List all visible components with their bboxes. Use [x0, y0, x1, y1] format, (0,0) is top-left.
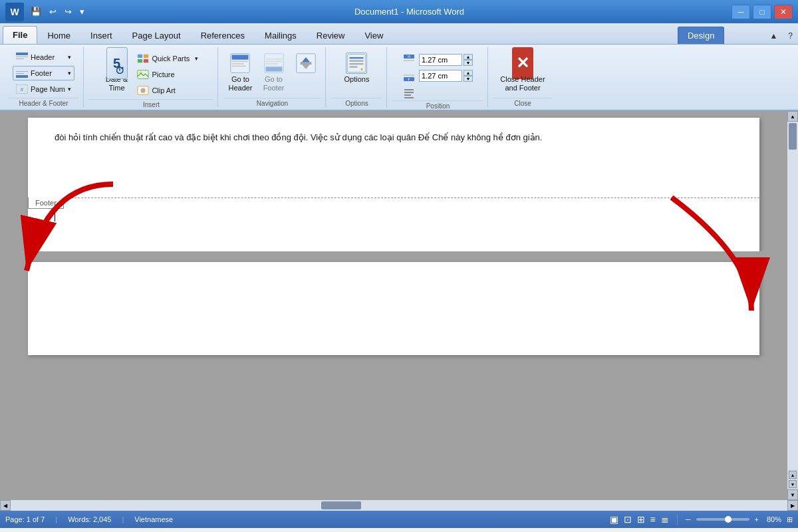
page-body: đòi hỏi tính chiến thuật rất cao và đặc …: [28, 118, 759, 198]
view-full-button[interactable]: ⊡: [624, 514, 632, 525]
view-print-button[interactable]: ▣: [610, 514, 618, 525]
view-outline-button[interactable]: ≡: [650, 514, 656, 525]
footer-pos-up[interactable]: ▲: [464, 70, 473, 76]
position-content: H 1.27 cm ▲ ▼ F 1.27 cm: [403, 50, 473, 99]
scroll-up-button[interactable]: ▲: [787, 111, 798, 122]
svg-rect-32: [350, 61, 364, 62]
footer-label: Footer: [31, 69, 52, 77]
page-info: Page: 1 of 7: [5, 515, 45, 523]
zoom-fit-button[interactable]: ⊞: [787, 515, 793, 524]
window-controls: ─ □ ✕: [732, 5, 793, 19]
quick-parts-icon: [137, 53, 149, 64]
zoom-minus-button[interactable]: ─: [686, 515, 691, 523]
position-group-label: Position: [392, 100, 483, 110]
close-header-footer-button[interactable]: ✕ Close Headerand Footer: [495, 50, 549, 95]
svg-rect-33: [350, 63, 364, 65]
footer-position-value[interactable]: 1.27 cm: [419, 70, 462, 82]
tab-page-layout[interactable]: Page Layout: [122, 27, 191, 44]
document-container: đòi hỏi tính chiến thuật rất cao và đặc …: [0, 111, 798, 500]
nav-group-label: Navigation: [223, 98, 321, 107]
save-button[interactable]: 💾: [28, 5, 44, 18]
options-content: ▾ Options: [340, 50, 374, 96]
svg-rect-5: [16, 73, 24, 74]
horizontal-scrollbar[interactable]: ◀ ▶: [0, 500, 798, 511]
hscroll-track[interactable]: [11, 500, 787, 511]
maximize-button[interactable]: □: [753, 5, 771, 19]
quick-parts-button[interactable]: Quick Parts ▾: [134, 51, 201, 66]
close-button[interactable]: ✕: [774, 5, 793, 19]
zoom-level: 80%: [767, 515, 781, 523]
options-label: Options: [344, 75, 370, 84]
view-draft-button[interactable]: ≣: [661, 514, 669, 525]
scroll-down-button[interactable]: ▼: [787, 489, 798, 500]
close-header-footer-icon: ✕: [512, 53, 533, 74]
more-button[interactable]: ▾: [77, 5, 87, 18]
view-web-button[interactable]: ⊞: [637, 514, 645, 525]
svg-rect-18: [232, 55, 249, 60]
tab-home[interactable]: Home: [37, 27, 80, 44]
page-number-icon: #: [16, 84, 28, 94]
pagenum-dropdown-icon: ▾: [68, 86, 71, 92]
go-to-footer-label: Go toFooter: [263, 75, 285, 92]
svg-rect-10: [138, 59, 142, 63]
go-to-header-button[interactable]: Go toHeader: [223, 50, 257, 95]
zoom-plus-button[interactable]: +: [755, 515, 759, 523]
hscroll-left[interactable]: ◀: [0, 500, 11, 511]
footer-pos-down[interactable]: ▼: [464, 76, 473, 82]
document-title: Document1 - Microsoft Word: [87, 7, 732, 17]
header-icon: [16, 52, 28, 63]
page-number-button[interactable]: # Page Num ▾: [13, 82, 74, 96]
hscroll-thumb[interactable]: [321, 501, 361, 509]
picture-button[interactable]: Picture: [134, 67, 201, 82]
footer-content[interactable]: [28, 198, 759, 251]
scroll-thumb[interactable]: [789, 123, 797, 150]
status-bar: Page: 1 of 7 | Words: 2,045 | Vietnamese…: [0, 511, 798, 528]
prev-next-button[interactable]: [291, 50, 321, 78]
header-pos-up[interactable]: ▲: [464, 54, 473, 60]
document-scroll-area[interactable]: đòi hỏi tính chiến thuật rất cao và đặc …: [0, 111, 787, 500]
tab-references[interactable]: References: [191, 27, 255, 44]
ribbon-section-navigation: Go toHeader Go toFooter: [219, 47, 326, 107]
next-page: [28, 262, 759, 355]
svg-text:F: F: [408, 77, 410, 81]
scroll-track[interactable]: [787, 122, 798, 469]
minimize-button[interactable]: ─: [732, 5, 750, 19]
go-to-header-icon: [229, 53, 251, 74]
clip-art-button[interactable]: Clip Art: [134, 83, 201, 98]
zoom-slider[interactable]: [696, 518, 749, 521]
scroll-next-page[interactable]: ▼: [789, 480, 797, 488]
sep2: |: [122, 515, 124, 523]
vertical-scrollbar[interactable]: ▲ ▲ ▼ ▼: [787, 111, 798, 500]
header-pos-spinner[interactable]: ▲ ▼: [464, 54, 473, 66]
tab-design[interactable]: Design: [678, 27, 724, 44]
date-time-button[interactable]: 5 ⏱ Date &Time: [101, 50, 133, 95]
scroll-up-button[interactable]: ?: [783, 28, 798, 44]
svg-rect-1: [16, 57, 28, 57]
tab-file[interactable]: File: [3, 26, 37, 44]
help-button[interactable]: ▲: [764, 28, 783, 44]
svg-rect-31: [350, 57, 364, 59]
scroll-prev-page[interactable]: ▲: [789, 471, 797, 479]
go-to-footer-button: Go toFooter: [259, 50, 289, 95]
zoom-thumb[interactable]: [725, 516, 732, 523]
document-page: đòi hỏi tính chiến thuật rất cao và đặc …: [28, 118, 759, 251]
tab-review[interactable]: Review: [307, 27, 355, 44]
undo-button[interactable]: ↩: [47, 5, 59, 18]
footer-pos-spinner[interactable]: ▲ ▼: [464, 70, 473, 82]
header-pos-down[interactable]: ▼: [464, 60, 473, 66]
hscroll-right[interactable]: ▶: [787, 500, 798, 511]
tab-view[interactable]: View: [354, 27, 393, 44]
body-text: đòi hỏi tính chiến thuật rất cao và đặc …: [55, 131, 733, 145]
date-time-icon: 5 ⏱: [106, 53, 128, 74]
header-button[interactable]: Header ▾: [13, 50, 74, 65]
nav-buttons: Go toHeader Go toFooter: [223, 50, 321, 96]
redo-button[interactable]: ↪: [62, 5, 74, 18]
tab-insert[interactable]: Insert: [80, 27, 122, 44]
header-position-value[interactable]: 1.27 cm: [419, 54, 462, 66]
footer-button[interactable]: Footer ▾: [13, 66, 74, 80]
word-count: Words: 2,045: [68, 515, 111, 523]
svg-rect-3: [16, 75, 28, 78]
options-button[interactable]: ▾ Options: [340, 50, 374, 86]
svg-rect-26: [265, 66, 282, 71]
tab-mailings[interactable]: Mailings: [255, 27, 307, 44]
